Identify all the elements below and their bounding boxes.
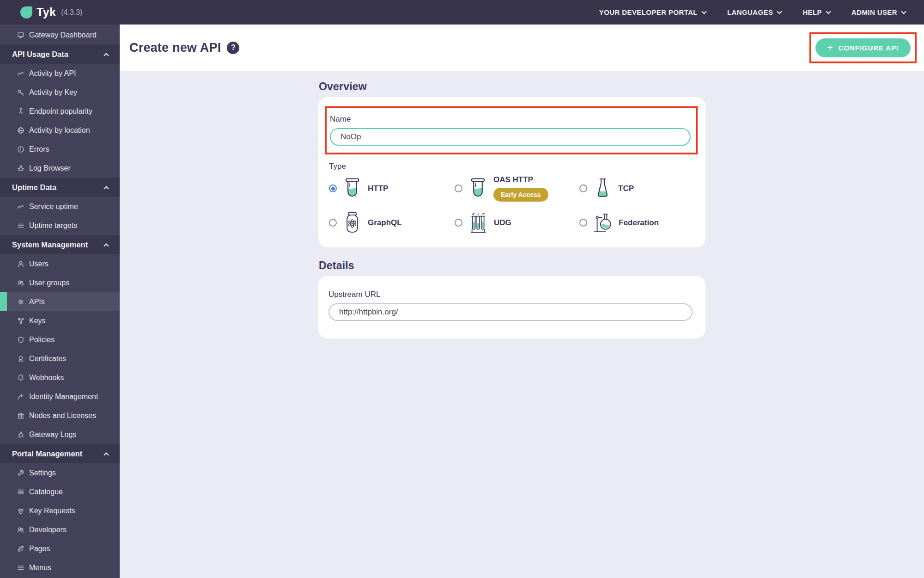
activity-icon <box>17 203 24 210</box>
paw-icon <box>17 507 24 515</box>
topbar-menu-label: YOUR DEVELOPER PORTAL <box>599 8 698 16</box>
sidebar-section-uptime-data[interactable]: Uptime Data <box>0 178 120 197</box>
radio-tcp[interactable] <box>579 184 587 192</box>
type-label: Type <box>329 162 693 171</box>
sidebar-item-pages[interactable]: Pages <box>0 539 120 558</box>
bank-icon <box>17 412 24 419</box>
test-tubes-icon <box>468 212 488 234</box>
sidebar-item-label: Activity by location <box>29 126 90 135</box>
topbar-menu-admin-user[interactable]: ADMIN USER <box>851 8 906 16</box>
sidebar-item-label: Activity by API <box>29 69 76 78</box>
sidebar-item-endpoint-popularity[interactable]: Endpoint popularity <box>0 102 120 121</box>
sidebar-section-api-usage-data[interactable]: API Usage Data <box>0 44 120 64</box>
upstream-url-label: Upstream URL <box>328 290 693 299</box>
details-heading: Details <box>319 259 705 272</box>
round-flask-icon <box>593 212 613 234</box>
sidebar-item-label: Nodes and Licenses <box>29 412 96 420</box>
topbar-menu-languages[interactable]: LANGUAGES <box>727 8 781 16</box>
configure-api-button[interactable]: + CONFIGURE API <box>815 38 911 57</box>
help-icon[interactable]: ? <box>227 42 239 54</box>
type-option-label: HTTP <box>368 184 388 193</box>
sidebar-item-developers[interactable]: Developers <box>0 520 120 539</box>
type-option-label: GraphQL <box>368 218 402 228</box>
details-section: Details Upstream URL <box>318 259 705 338</box>
radio-oas-http[interactable] <box>455 184 462 192</box>
sidebar-item-label: Gateway Logs <box>29 430 76 439</box>
sidebar-item-users[interactable]: Users <box>0 254 120 273</box>
sidebar-item-label: Menus <box>29 564 51 572</box>
type-option-label: UDG <box>494 218 511 228</box>
wrench-icon <box>17 469 24 477</box>
sidebar-item-webhooks[interactable]: Webhooks <box>0 368 120 387</box>
tyk-logo-text: Tyk <box>36 6 56 19</box>
type-option-oas-http[interactable]: OAS HTTPEarly Access <box>455 175 579 202</box>
topbar-menu-label: HELP <box>802 8 822 16</box>
sidebar-section-label: API Usage Data <box>12 50 68 59</box>
radio-graphql[interactable] <box>329 219 337 227</box>
sidebar-item-label: Service uptime <box>29 203 78 211</box>
sidebar-item-label: Settings <box>29 469 56 477</box>
bug-icon <box>17 165 24 172</box>
sidebar-item-label: Pages <box>29 545 50 553</box>
sidebar-item-certificates[interactable]: Certificates <box>0 349 120 368</box>
sidebar-item-policies[interactable]: Policies <box>0 330 120 349</box>
topbar-menu-help[interactable]: HELP <box>802 8 830 16</box>
sidebar-item-key-requests[interactable]: Key Requests <box>0 501 120 520</box>
sidebar-item-activity-by-location[interactable]: Activity by location <box>0 121 120 140</box>
type-option-tcp[interactable]: TCP <box>579 178 693 199</box>
sidebar-item-label: User groups <box>29 279 69 287</box>
sidebar-item-user-groups[interactable]: User groups <box>0 273 120 292</box>
shield-icon <box>17 336 24 344</box>
sidebar-item-activity-by-api[interactable]: Activity by API <box>0 64 120 83</box>
overview-section: Overview Name Type HTTPOAS HTTPEarly Acc… <box>318 80 705 247</box>
sidebar-item-menus[interactable]: Menus <box>0 558 120 577</box>
sidebar-item-uptime-targets[interactable]: Uptime targets <box>0 216 120 235</box>
radio-udg[interactable] <box>455 219 462 227</box>
early-access-badge: Early Access <box>493 188 548 202</box>
user-group-icon <box>17 279 24 287</box>
sidebar-item-identity-management[interactable]: Identity Management <box>0 387 120 406</box>
globe-icon <box>17 127 24 134</box>
name-label: Name <box>330 115 691 124</box>
type-option-udg[interactable]: UDG <box>455 212 579 234</box>
topbar-menu-your-developer-portal[interactable]: YOUR DEVELOPER PORTAL <box>599 8 706 16</box>
tyk-logo[interactable]: Tyk (4.3.3) <box>20 6 82 19</box>
bell-icon <box>17 374 24 381</box>
sidebar-item-label: APIs <box>29 298 45 306</box>
upstream-url-input[interactable] <box>328 303 693 321</box>
sidebar-item-log-browser[interactable]: Log Browser <box>0 159 120 178</box>
type-option-label: TCP <box>618 184 634 193</box>
annotation-box-configure-api: + CONFIGURE API <box>809 32 917 63</box>
chevron-down-icon <box>777 9 782 14</box>
sidebar-item-gateway-dashboard[interactable]: Gateway Dashboard <box>0 25 120 44</box>
sidebar-section-label: System Management <box>12 240 88 249</box>
sidebar-item-settings[interactable]: Settings <box>0 463 120 482</box>
configure-api-button-label: CONFIGURE API <box>839 44 899 52</box>
menu-icon <box>17 564 24 572</box>
sidebar-item-service-uptime[interactable]: Service uptime <box>0 197 120 216</box>
type-option-http[interactable]: HTTP <box>329 178 455 199</box>
sidebar-item-activity-by-key[interactable]: Activity by Key <box>0 83 120 102</box>
sidebar-section-portal-management[interactable]: Portal Management <box>0 444 120 463</box>
type-option-federation[interactable]: Federation <box>579 212 693 234</box>
sidebar-item-label: Key Requests <box>29 507 75 515</box>
name-input[interactable] <box>330 128 691 146</box>
sidebar-item-keys[interactable]: Keys <box>0 311 120 330</box>
user-icon <box>17 260 24 268</box>
type-option-graphql[interactable]: GraphQL <box>329 212 455 234</box>
sidebar-item-nodes-and-licenses[interactable]: Nodes and Licenses <box>0 406 120 425</box>
sidebar-item-label: Policies <box>29 336 55 344</box>
sidebar-item-catalogue[interactable]: Catalogue <box>0 482 120 501</box>
sidebar-item-label: Users <box>29 260 49 268</box>
sidebar-item-gateway-logs[interactable]: Gateway Logs <box>0 425 120 444</box>
tyk-logo-icon <box>20 6 32 18</box>
sidebar-item-errors[interactable]: Errors <box>0 140 120 159</box>
activity-icon <box>17 70 24 77</box>
radio-http[interactable] <box>329 184 337 192</box>
sidebar-item-apis[interactable]: APIs <box>0 292 120 311</box>
topbar-menu-label: LANGUAGES <box>727 8 773 16</box>
sidebar-item-label: Catalogue <box>29 488 63 496</box>
topbar-menu-label: ADMIN USER <box>851 8 897 16</box>
radio-federation[interactable] <box>579 219 587 227</box>
sidebar-section-system-management[interactable]: System Management <box>0 235 120 254</box>
